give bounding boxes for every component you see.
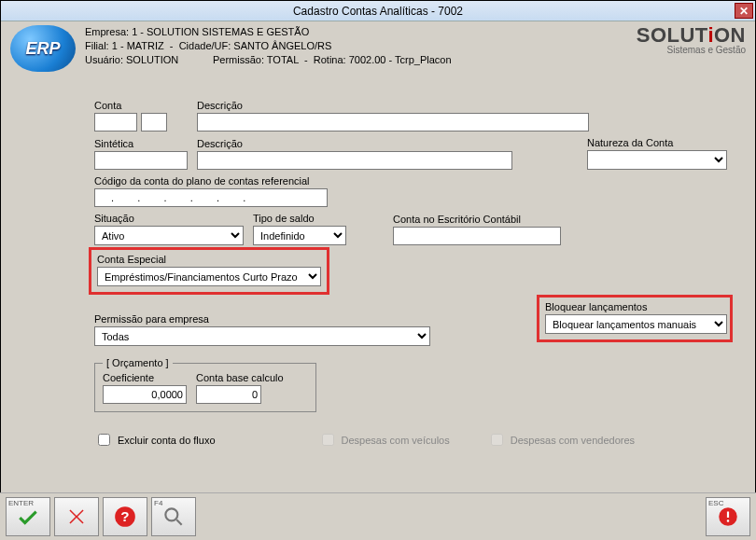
- codigoref-label: Código da conta do plano de contas refer…: [94, 175, 328, 187]
- situacao-select[interactable]: Ativo: [94, 226, 244, 245]
- descricao2-input[interactable]: [197, 151, 512, 170]
- descricao2-label: Descrição: [197, 138, 512, 149]
- conta-especial-highlight: Conta Especial Empréstimos/Financiamento…: [89, 247, 329, 295]
- exit-icon: [716, 505, 740, 529]
- natureza-select[interactable]: [587, 150, 727, 170]
- bloquear-select[interactable]: Bloquear lançamentos manuais: [545, 314, 727, 334]
- confirm-button[interactable]: ENTER: [6, 497, 50, 536]
- coeficiente-input[interactable]: [103, 385, 187, 404]
- despesas-veiculos-label: Despesas com veículos: [318, 431, 450, 449]
- conta-input-1[interactable]: [94, 113, 137, 132]
- window-title: Cadastro Contas Analíticas - 7002: [293, 5, 463, 18]
- tiposaldo-select[interactable]: Indefinido: [253, 226, 346, 245]
- erp-logo: ERP: [10, 25, 76, 72]
- svg-point-2: [165, 508, 177, 520]
- header-area: ERP Empresa: 1 - SOLUTION SISTEMAS E GES…: [1, 21, 755, 81]
- codigoref-input[interactable]: [94, 188, 328, 207]
- descricao-label: Descrição: [197, 100, 589, 111]
- permissao-label: Permissão para empresa: [94, 313, 430, 325]
- bloquear-highlight: Bloquear lançamentos Bloquear lançamento…: [537, 295, 733, 342]
- permissao-select[interactable]: Todas: [94, 326, 430, 346]
- contabase-input[interactable]: [196, 385, 261, 404]
- footer-toolbar: ENTER ? F4 ESC: [0, 492, 756, 540]
- bloquear-label: Bloquear lançamentos: [545, 301, 724, 312]
- conta-label: Conta: [94, 100, 188, 111]
- header-info: Empresa: 1 - SOLUTION SISTEMAS E GESTÃO …: [85, 25, 627, 67]
- conta-input-2[interactable]: [141, 113, 167, 132]
- contaespecial-select[interactable]: Empréstimos/Financiamentos Curto Prazo: [97, 267, 321, 286]
- exit-button[interactable]: ESC: [706, 497, 750, 536]
- contaespecial-label: Conta Especial: [97, 254, 321, 265]
- contaescritorio-input[interactable]: [393, 227, 561, 245]
- check-icon: [16, 505, 40, 529]
- sintetica-label: Sintética: [94, 138, 188, 149]
- form-area: Conta Descrição Sintética Descrição Natu…: [1, 81, 755, 458]
- excluir-checkbox-label[interactable]: Excluir conta do fluxo: [94, 431, 216, 449]
- tiposaldo-label: Tipo de saldo: [253, 213, 346, 224]
- despesas-vendedores-label: Despesas com vendedores: [487, 431, 635, 449]
- orcamento-group: [ Orçamento ] Coeficiente Conta base cal…: [94, 357, 316, 412]
- magnifier-icon: [161, 505, 186, 529]
- contaescritorio-label: Conta no Escritório Contábil: [393, 214, 561, 225]
- svg-text:?: ?: [120, 508, 129, 524]
- question-icon: ?: [113, 505, 137, 529]
- coeficiente-label: Coeficiente: [103, 372, 187, 383]
- solution-logo: SOLUTiON Sistemas e Gestão: [637, 25, 746, 55]
- svg-line-3: [176, 519, 181, 524]
- excluir-checkbox[interactable]: [98, 434, 110, 446]
- x-icon: [64, 505, 89, 529]
- title-bar: Cadastro Contas Analíticas - 7002 ✕: [1, 1, 755, 21]
- cancel-button[interactable]: [54, 497, 99, 536]
- sintetica-input[interactable]: [94, 151, 188, 170]
- orcamento-legend: [ Orçamento ]: [103, 357, 173, 368]
- close-button[interactable]: ✕: [735, 3, 753, 19]
- search-button[interactable]: F4: [151, 497, 196, 536]
- help-button[interactable]: ?: [103, 497, 147, 536]
- despesas-veiculos-checkbox: [322, 434, 334, 446]
- situacao-label: Situação: [94, 213, 244, 224]
- natureza-label: Natureza da Conta: [587, 137, 727, 148]
- despesas-vendedores-checkbox: [491, 434, 503, 446]
- descricao-input[interactable]: [197, 113, 589, 132]
- contabase-label: Conta base calculo: [196, 372, 308, 383]
